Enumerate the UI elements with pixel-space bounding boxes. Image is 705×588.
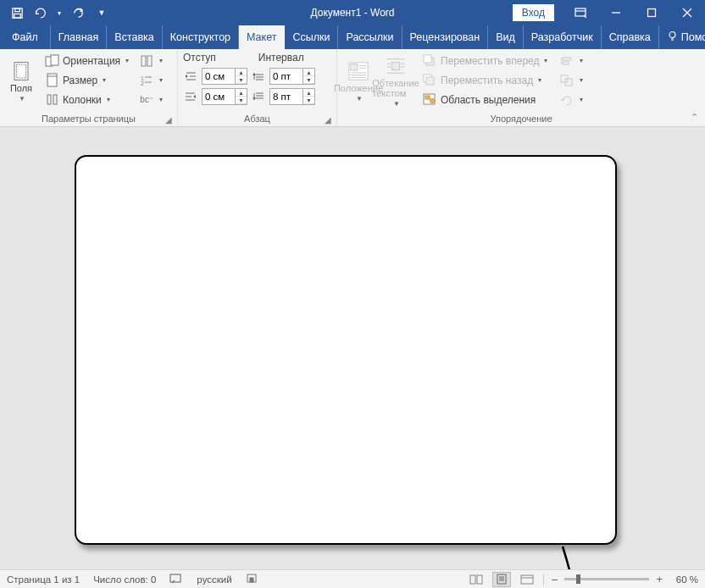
align-button: ▾ <box>558 52 585 69</box>
dialog-launcher-icon[interactable]: ◢ <box>325 115 331 125</box>
tab-mailings[interactable]: Рассылки <box>338 25 402 49</box>
margins-button[interactable]: Поля ▼ <box>5 52 37 112</box>
web-layout-button[interactable] <box>518 572 536 587</box>
svg-rect-64 <box>563 58 571 60</box>
macro-status[interactable] <box>246 573 258 585</box>
zoom-slider[interactable] <box>564 578 649 580</box>
size-button[interactable]: Размер ▾ <box>42 71 130 89</box>
qat-dropdown-icon[interactable]: ▾ <box>54 3 64 23</box>
chevron-down-icon: ▼ <box>19 95 25 103</box>
spinner-up-icon[interactable]: ▲ <box>236 89 247 97</box>
align-icon <box>559 53 575 69</box>
page-size-icon <box>44 73 59 88</box>
tab-review[interactable]: Рецензирован <box>402 25 489 49</box>
breaks-button[interactable]: ▾ <box>137 52 164 69</box>
line-numbers-button[interactable]: 12▾ <box>137 71 164 89</box>
svg-rect-1 <box>14 8 19 11</box>
bring-forward-label: Переместить вперед <box>441 55 539 67</box>
tab-help[interactable]: Справка <box>602 25 659 49</box>
spinner-down-icon[interactable]: ▼ <box>303 97 314 104</box>
tab-home[interactable]: Главная <box>51 25 108 49</box>
maximize-icon[interactable] <box>634 0 669 25</box>
spinner-up-icon[interactable]: ▲ <box>303 89 314 97</box>
svg-rect-71 <box>250 578 253 582</box>
spinner-up-icon[interactable]: ▲ <box>303 69 314 76</box>
redo-icon[interactable] <box>68 3 88 23</box>
orientation-label: Ориентация <box>63 55 120 67</box>
tell-me-button[interactable]: Помощн <box>659 25 705 49</box>
tab-insert[interactable]: Вставка <box>107 25 162 49</box>
lightbulb-icon <box>667 31 678 45</box>
group-label-arrange: Упорядочение <box>342 112 700 126</box>
indent-left-input[interactable]: ▲▼ <box>202 68 247 85</box>
svg-rect-65 <box>563 62 569 64</box>
document-page[interactable] <box>75 155 617 545</box>
chevron-down-icon: ▾ <box>538 76 541 84</box>
spacing-after-icon <box>251 89 266 104</box>
send-backward-icon <box>422 73 437 88</box>
spinner-up-icon[interactable]: ▲ <box>236 69 247 76</box>
wrap-text-button: Обтекание текстом▼ <box>380 52 412 112</box>
indent-right-icon <box>183 89 198 104</box>
orientation-button[interactable]: Ориентация ▾ <box>42 52 130 69</box>
page-number-status[interactable]: Страница 1 из 1 <box>7 574 80 585</box>
columns-button[interactable]: Колонки ▾ <box>42 91 130 108</box>
selection-pane-button[interactable]: Область выделения <box>420 91 549 108</box>
zoom-out-button[interactable]: − <box>551 573 558 586</box>
spinner-down-icon[interactable]: ▼ <box>303 76 314 84</box>
svg-rect-69 <box>170 574 180 582</box>
separator <box>543 574 544 585</box>
undo-icon[interactable] <box>31 3 51 23</box>
indent-left-icon <box>183 69 198 84</box>
svg-rect-20 <box>47 95 51 104</box>
svg-rect-18 <box>47 74 57 86</box>
language-status[interactable]: русский <box>197 574 231 585</box>
tab-developer[interactable]: Разработчик <box>524 25 602 49</box>
svg-rect-17 <box>51 55 58 65</box>
document-area[interactable] <box>0 127 705 569</box>
chevron-down-icon: ▾ <box>544 57 547 64</box>
minimize-icon[interactable] <box>598 0 634 25</box>
rotate-button: ▾ <box>558 91 585 108</box>
tab-file[interactable]: Файл <box>0 25 51 49</box>
tell-me-label: Помощн <box>681 31 705 43</box>
tab-design[interactable]: Конструктор <box>163 25 239 49</box>
tab-references[interactable]: Ссылки <box>285 25 338 49</box>
svg-rect-78 <box>521 575 533 584</box>
save-icon[interactable] <box>7 3 27 23</box>
chevron-down-icon: ▼ <box>356 95 363 103</box>
zoom-slider-thumb[interactable] <box>576 574 580 584</box>
close-icon[interactable] <box>669 0 705 25</box>
spacing-before-input[interactable]: ▲▼ <box>269 68 315 85</box>
selection-pane-label: Область выделения <box>441 94 536 106</box>
spellcheck-status[interactable] <box>169 573 183 586</box>
group-arrange: Положение▼ Обтекание текстом▼ Переместит… <box>337 49 705 126</box>
spacing-after-input[interactable]: ▲▼ <box>269 88 315 105</box>
zoom-level[interactable]: 60 % <box>669 574 698 585</box>
ribbon-tabs: Файл Главная Вставка Конструктор Макет С… <box>0 25 705 49</box>
rotate-icon <box>559 92 575 108</box>
dialog-launcher-icon[interactable]: ◢ <box>165 115 172 125</box>
svg-point-9 <box>669 31 675 37</box>
customize-qat-icon[interactable]: ▼ <box>92 3 112 23</box>
chevron-down-icon: ▾ <box>159 96 163 103</box>
spinner-down-icon[interactable]: ▼ <box>236 97 247 104</box>
line-numbers-icon: 12 <box>139 73 154 88</box>
tab-view[interactable]: Вид <box>488 25 524 49</box>
word-count-status[interactable]: Число слов: 0 <box>93 574 156 585</box>
chevron-down-icon: ▾ <box>159 76 163 84</box>
read-mode-button[interactable] <box>467 572 486 587</box>
zoom-in-button[interactable]: + <box>656 573 663 585</box>
annotation-arrow <box>554 542 605 569</box>
sign-in-button[interactable]: Вход <box>513 4 554 21</box>
size-label: Размер <box>63 75 97 86</box>
collapse-ribbon-icon[interactable]: ⌃ <box>691 112 698 123</box>
hyphenation-button[interactable]: bc⁻▾ <box>137 91 164 108</box>
print-layout-button[interactable] <box>492 572 511 587</box>
spinner-down-icon[interactable]: ▼ <box>236 76 247 84</box>
ribbon-display-options-icon[interactable] <box>563 0 598 25</box>
indent-right-input[interactable]: ▲▼ <box>202 88 247 105</box>
margins-label: Поля <box>10 83 32 93</box>
tab-layout[interactable]: Макет <box>239 25 285 49</box>
svg-rect-59 <box>426 77 434 85</box>
